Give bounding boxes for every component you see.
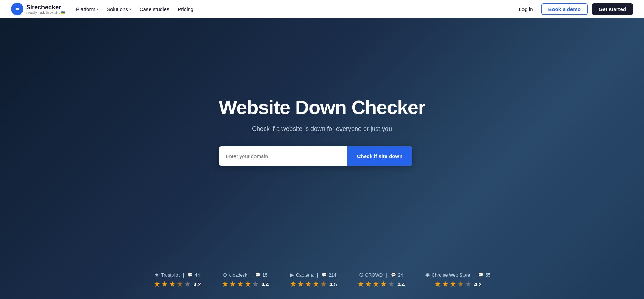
platform-name: Chrome Web Store [432,272,470,278]
rating-score: 4.2 [194,281,201,287]
platform-name: Trustpilot [161,272,180,278]
nav-case-studies[interactable]: Case studies [140,6,170,12]
star-rating: ★★★★★4.4 [357,280,405,289]
review-count: 55 [486,272,490,278]
star-full: ★ [237,280,244,289]
star-empty: ★ [465,280,472,289]
logo-name: Sitechecker [26,4,65,11]
rating-score: 4.5 [330,281,337,287]
star-full: ★ [229,280,236,289]
platform-icon: ▶ [290,272,294,278]
chevron-down-icon: ▾ [129,7,131,11]
comment-icon: 💬 [255,272,260,277]
star-full: ★ [169,280,176,289]
hero-title: Website Down Checker [219,96,425,118]
star-rating: ★★★★★4.5 [290,280,337,289]
hero-content: Website Down Checker Check if a website … [219,96,425,166]
rating-header: ◉Chrome Web Store|💬55 [425,272,490,278]
hero-section: Website Down Checker Check if a website … [0,18,644,299]
star-full: ★ [450,280,456,289]
star-full: ★ [161,280,168,289]
rating-item: ◉Chrome Web Store|💬55★★★★★4.2 [425,272,490,289]
star-full: ★ [154,280,161,289]
star-full: ★ [373,280,379,289]
hero-subtitle: Check if a website is down for everyone … [219,125,425,133]
nav-platform[interactable]: Platform ▾ [76,6,98,12]
rating-item: ★Trustpilot|💬44★★★★★4.2 [154,272,201,289]
star-full: ★ [297,280,304,289]
platform-name: crozdesk [229,272,247,278]
platform-icon: ⊙ [223,272,227,278]
star-full: ★ [434,280,441,289]
logo-tagline: Proudly made in Ukraine 🇺🇦 [26,11,65,15]
navbar: Sitechecker Proudly made in Ukraine 🇺🇦 P… [0,0,644,18]
review-count: 214 [329,272,336,278]
rating-header: ▶Capterra|💬214 [290,272,336,278]
nav-pricing[interactable]: Pricing [177,6,193,12]
rating-score: 4.4 [262,281,269,287]
review-count: 44 [195,272,200,278]
comment-icon: 💬 [321,272,327,277]
rating-header: GCROWD|💬24 [359,272,403,278]
comment-icon: 💬 [478,272,483,277]
star-half: ★ [457,280,464,289]
star-empty: ★ [184,280,191,289]
comment-icon: 💬 [188,272,193,277]
star-full: ★ [313,280,319,289]
platform-icon: G [359,272,363,278]
nav-links: Platform ▾ Solutions ▾ Case studies Pric… [76,6,515,12]
rating-item: ⊙crozdesk|💬15★★★★★4.4 [222,272,269,289]
star-full: ★ [442,280,449,289]
rating-score: 4.2 [474,281,482,287]
star-empty: ★ [252,280,259,289]
platform-icon: ★ [155,272,159,278]
star-full: ★ [380,280,387,289]
rating-score: 4.4 [397,281,405,287]
rating-header: ★Trustpilot|💬44 [155,272,200,278]
get-started-button[interactable]: Get started [592,3,633,15]
star-rating: ★★★★★4.2 [434,280,482,289]
review-count: 24 [398,272,403,278]
star-half: ★ [176,280,183,289]
platform-icon: ◉ [425,272,430,278]
ratings-row: ★Trustpilot|💬44★★★★★4.2⊙crozdesk|💬15★★★★… [0,272,644,289]
login-button[interactable]: Log in [515,4,537,14]
star-full: ★ [244,280,251,289]
platform-name: CROWD [365,272,383,278]
star-half: ★ [320,280,327,289]
chevron-down-icon: ▾ [97,7,98,11]
rating-item: ▶Capterra|💬214★★★★★4.5 [290,272,337,289]
star-empty: ★ [388,280,395,289]
star-full: ★ [365,280,372,289]
star-full: ★ [305,280,312,289]
search-bar: Check if site down [219,146,412,166]
review-count: 15 [262,272,267,278]
star-rating: ★★★★★4.2 [154,280,201,289]
platform-name: Capterra [296,272,314,278]
nav-solutions[interactable]: Solutions ▾ [107,6,131,12]
nav-right: Log in Book a demo Get started [515,3,633,15]
book-demo-button[interactable]: Book a demo [541,3,588,15]
logo[interactable]: Sitechecker Proudly made in Ukraine 🇺🇦 [11,3,65,15]
rating-item: GCROWD|💬24★★★★★4.4 [357,272,405,289]
logo-icon [11,3,23,15]
domain-input[interactable] [219,146,347,166]
star-full: ★ [357,280,364,289]
comment-icon: 💬 [391,272,396,277]
star-rating: ★★★★★4.4 [222,280,269,289]
rating-header: ⊙crozdesk|💬15 [223,272,268,278]
star-full: ★ [222,280,229,289]
check-site-button[interactable]: Check if site down [347,146,412,166]
star-full: ★ [290,280,297,289]
